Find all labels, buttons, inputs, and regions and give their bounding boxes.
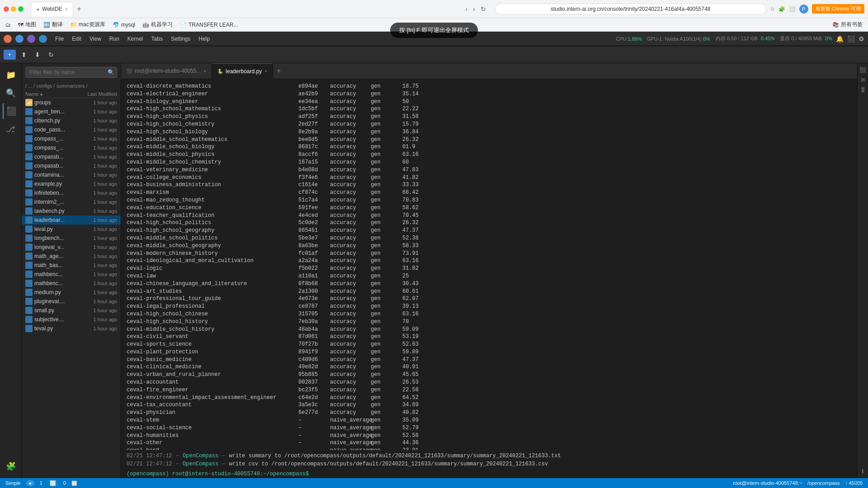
menu-run[interactable]: Run xyxy=(106,34,123,44)
list-item[interactable]: cibench.py 1 hour ago xyxy=(22,116,121,125)
table-row: ceval-high_school_chemistry 2ed27f accur… xyxy=(127,121,852,128)
tab-leaderboard[interactable]: 🐍 leaderboard.py × xyxy=(212,63,273,79)
col-subtype: gen xyxy=(371,212,402,220)
forward-button[interactable]: › xyxy=(471,4,477,14)
col-subtype: gen xyxy=(371,379,402,386)
activity-explorer[interactable]: 📁 xyxy=(3,67,19,83)
col-score: 23.91 xyxy=(402,447,419,450)
right-icon-2[interactable]: ✉ xyxy=(861,75,865,85)
list-item[interactable]: code_pass... 1 hour ago xyxy=(22,125,121,134)
list-item[interactable]: infiniteben... 1 hour ago xyxy=(22,188,121,197)
activity-search[interactable]: 🔍 xyxy=(3,85,19,101)
list-item[interactable]: compass_... 1 hour ago xyxy=(22,143,121,152)
tab-terminal-close[interactable]: × xyxy=(203,69,206,74)
list-item[interactable]: mathbenc... 1 hour ago xyxy=(22,270,121,279)
table-row: ceval-plant_protection 8941f9 accuracy g… xyxy=(127,348,852,356)
col-hash: 8a63be xyxy=(298,242,330,250)
search-input[interactable] xyxy=(25,67,117,78)
col-task: ceval-high_school_chinese xyxy=(127,310,298,318)
extensions-icon[interactable]: ⬛ xyxy=(847,35,855,42)
col-hash: b4e08d xyxy=(298,166,330,174)
list-item[interactable]: lawbench.py 1 hour ago xyxy=(22,206,121,216)
file-modified: 1 hour ago xyxy=(76,163,117,169)
update-chrome-button[interactable]: 有新版 Chrome 可用 xyxy=(812,4,864,14)
menu-help[interactable]: Help xyxy=(195,34,213,44)
new-tab-button[interactable]: + xyxy=(73,3,85,15)
status-toggle[interactable]: ● xyxy=(26,480,34,486)
col-type: naive_average xyxy=(330,439,371,447)
tab-leaderboard-close[interactable]: × xyxy=(264,69,267,74)
list-item[interactable]: leval.py 1 hour ago xyxy=(22,225,121,234)
list-item[interactable]: compass_... 1 hour ago xyxy=(22,134,121,143)
file-icon xyxy=(25,280,33,287)
right-icon-1[interactable]: ⬛ xyxy=(859,65,866,75)
col-hash: c409d6 xyxy=(298,356,330,364)
right-icon-bottom[interactable]: ℹ xyxy=(862,466,864,476)
list-item[interactable]: small.py 1 hour ago xyxy=(22,306,121,315)
list-item[interactable]: longeval_v... 1 hour ago xyxy=(22,243,121,252)
bookmark-star-icon[interactable]: ☆ xyxy=(770,6,775,12)
list-item[interactable]: leaderboar... 1 hour ago xyxy=(22,216,121,225)
back-button[interactable]: ‹ xyxy=(463,4,469,14)
extension-icon[interactable]: 🧩 xyxy=(778,6,785,12)
menu-kernel[interactable]: Kernel xyxy=(124,34,147,44)
terminal-log: 02/21 12:47:12 – OpenCompass – write sum… xyxy=(121,450,857,470)
upload-button[interactable]: ⬆ xyxy=(19,49,29,60)
list-item[interactable]: agent_ben... 1 hour ago xyxy=(22,107,121,116)
tab-terminal[interactable]: ⬛ root@intern-studio-40055... × xyxy=(121,63,212,79)
col-score: 41.82 xyxy=(402,174,419,182)
menu-file[interactable]: File xyxy=(52,34,67,44)
list-item[interactable]: math_bas... 1 hour ago xyxy=(22,261,121,270)
list-item[interactable]: teval.py 1 hour ago xyxy=(22,324,121,333)
col-subtype: gen xyxy=(371,90,402,98)
settings-gear-icon[interactable]: ⚙ xyxy=(859,35,864,42)
list-item[interactable]: compassb... 1 hour ago xyxy=(22,152,121,161)
bookmark-transfer[interactable]: 📄 TRANSFER LEAR... xyxy=(180,22,238,28)
col-task: ceval-tax_accountant xyxy=(127,401,298,409)
list-item[interactable]: medium.py 1 hour ago xyxy=(22,288,121,297)
refresh-button[interactable]: ↻ xyxy=(46,49,57,60)
menu-tabs[interactable]: Tabs xyxy=(148,34,166,44)
bookmark-mysql[interactable]: 🐬 mysql xyxy=(113,22,135,28)
list-item[interactable]: example.py 1 hour ago xyxy=(22,179,121,188)
menu-edit[interactable]: Edit xyxy=(68,34,85,44)
bookmark-all[interactable]: 📚 所有书签 xyxy=(832,21,863,28)
list-item[interactable]: 📁 groups 1 hour ago xyxy=(22,98,121,107)
reload-button[interactable]: ↻ xyxy=(479,4,488,14)
address-bar[interactable]: studio.intern-ai.org.cn/console/trinity/… xyxy=(495,4,766,14)
activity-extensions[interactable]: ⬛ xyxy=(3,103,19,119)
bookmark-ml[interactable]: 🤖 机器学习 xyxy=(142,21,173,28)
add-tab-button[interactable]: + xyxy=(273,67,284,75)
menu-view[interactable]: View xyxy=(86,34,105,44)
cast-icon[interactable]: ⬜ xyxy=(789,6,796,12)
user-profile-icon[interactable]: P xyxy=(799,5,808,14)
list-item[interactable]: subjective.... 1 hour ago xyxy=(22,315,121,324)
activity-puzzle[interactable]: 🧩 xyxy=(3,458,19,474)
list-item[interactable]: math_age... 1 hour ago xyxy=(22,252,121,261)
bookmark-maps[interactable]: 🗺 地图 xyxy=(18,21,36,28)
file-name: internlm2_... xyxy=(34,199,76,205)
col-score: 60.61 xyxy=(402,288,419,296)
bookmark-mac[interactable]: 📁 mac资源库 xyxy=(70,21,105,28)
col-score: 33.33 xyxy=(402,181,419,189)
right-icon-3[interactable]: 🎛 xyxy=(860,85,866,95)
col-type: accuracy xyxy=(330,257,371,265)
col-score: 30.43 xyxy=(402,280,419,288)
notify-icon[interactable]: 🔔 xyxy=(836,35,844,42)
name-column-header[interactable]: Name ▲ xyxy=(25,91,76,97)
download-button[interactable]: ⬇ xyxy=(32,49,43,60)
browser-tab-webide[interactable]: ● WebIDE × xyxy=(31,2,73,16)
list-item[interactable]: plugineval.... 1 hour ago xyxy=(22,297,121,306)
bookmark-translate[interactable]: 🔤 翻译 xyxy=(43,21,63,28)
activity-git[interactable]: ⎇ xyxy=(3,121,19,137)
list-item[interactable]: internlm2_... 1 hour ago xyxy=(22,197,121,206)
menu-settings[interactable]: Settings xyxy=(167,34,194,44)
right-panel: ⬛ ✉ 🎛 ℹ xyxy=(857,63,868,478)
terminal-output[interactable]: ceval-discrete_mathematics e894ae accura… xyxy=(121,79,857,450)
list-item[interactable]: mathbenc... 1 hour ago xyxy=(22,279,121,288)
list-item[interactable]: compassb... 1 hour ago xyxy=(22,161,121,170)
new-file-button[interactable]: + xyxy=(4,50,16,60)
list-item[interactable]: longbench... 1 hour ago xyxy=(22,234,121,243)
browser-tab-close[interactable]: × xyxy=(65,7,68,12)
list-item[interactable]: contamina... 1 hour ago xyxy=(22,170,121,179)
